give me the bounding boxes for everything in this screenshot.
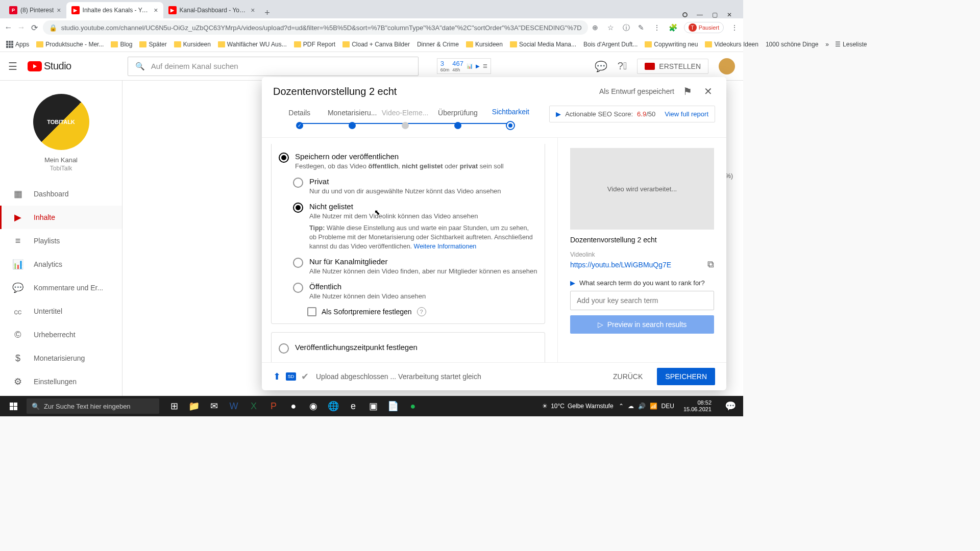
step-monetization[interactable]: Monetarisieru... bbox=[326, 109, 378, 129]
channel-avatar[interactable]: TOBITALK bbox=[33, 94, 89, 150]
menu-icon[interactable]: ⋮ bbox=[731, 23, 739, 32]
bookmark-item[interactable]: Dinner & Crime bbox=[417, 41, 459, 48]
step-visibility[interactable]: Sichtbarkeit bbox=[484, 108, 537, 130]
sidebar-item-monetization[interactable]: $Monetarisierung bbox=[0, 346, 122, 370]
youtube-studio-logo[interactable]: Studio bbox=[28, 60, 71, 72]
powerpoint-icon[interactable]: P bbox=[264, 396, 283, 416]
bookmark-item[interactable]: Social Media Mana... bbox=[510, 41, 576, 48]
readlist-button[interactable]: ☰Leseliste bbox=[835, 41, 867, 48]
search-input[interactable]: 🔍 Auf deinem Kanal suchen bbox=[128, 57, 419, 76]
menu-icon[interactable]: ☰ bbox=[8, 60, 17, 72]
checkbox-premiere[interactable] bbox=[307, 307, 316, 316]
volume-icon[interactable]: 🔊 bbox=[638, 403, 646, 410]
task-view-icon[interactable]: ⊞ bbox=[164, 396, 184, 416]
close-icon[interactable]: × bbox=[251, 6, 255, 14]
extension-icon[interactable]: ✎ bbox=[638, 23, 646, 32]
step-elements[interactable]: Video-Eleme... bbox=[379, 109, 431, 129]
edge-icon[interactable]: e bbox=[344, 396, 363, 416]
create-button[interactable]: ERSTELLEN bbox=[637, 59, 708, 74]
chat-icon[interactable]: 💬 bbox=[595, 60, 607, 72]
notepad-icon[interactable]: 📄 bbox=[383, 396, 403, 416]
address-bar[interactable]: 🔒 studio.youtube.com/channel/UC6N5u-OiGz… bbox=[43, 20, 588, 35]
browser-tab[interactable]: ▶ Inhalte des Kanals - YouTube St × bbox=[66, 2, 163, 18]
extension-icon[interactable]: ⋮ bbox=[653, 23, 662, 32]
sidebar-item-settings[interactable]: ⚙Einstellungen bbox=[0, 370, 122, 393]
forward-button[interactable]: → bbox=[17, 20, 26, 35]
radio-schedule[interactable] bbox=[279, 343, 289, 354]
bookmark-item[interactable]: Wahlfächer WU Aus... bbox=[218, 41, 287, 48]
avatar[interactable] bbox=[719, 58, 735, 74]
close-icon[interactable]: × bbox=[154, 6, 158, 14]
extensions-icon[interactable]: 🧩 bbox=[669, 23, 677, 32]
seo-input[interactable] bbox=[570, 291, 714, 310]
bookmark-item[interactable]: PDF Report bbox=[294, 41, 335, 48]
bookmark-item[interactable]: Blog bbox=[111, 41, 132, 48]
taskbar-search[interactable]: 🔍 Zur Suche Text hier eingeben bbox=[27, 398, 159, 414]
zoom-icon[interactable]: ⊕ bbox=[592, 23, 600, 32]
bookmark-item[interactable]: Cload + Canva Bilder bbox=[342, 41, 410, 48]
bookmark-item[interactable]: 1000 schöne Dinge bbox=[766, 41, 818, 48]
bookmark-item[interactable]: Bois d'Argent Duft... bbox=[583, 41, 638, 48]
sidebar-item-subtitles[interactable]: ㏄Untertitel bbox=[0, 299, 122, 323]
spotify-icon[interactable]: ● bbox=[403, 396, 423, 416]
language-indicator[interactable]: DEU bbox=[662, 403, 674, 410]
mail-icon[interactable]: ✉ bbox=[204, 396, 224, 416]
step-details[interactable]: Details bbox=[273, 109, 326, 129]
radio-unlisted[interactable] bbox=[293, 203, 303, 213]
bookmark-item[interactable]: Später bbox=[139, 41, 166, 48]
word-icon[interactable]: W bbox=[224, 396, 243, 416]
sidebar-item-content[interactable]: ▶Inhalte bbox=[0, 206, 122, 229]
radio-save-publish[interactable] bbox=[279, 153, 289, 163]
more-info-link[interactable]: Weitere Informationen bbox=[414, 243, 477, 250]
close-button[interactable]: ✕ bbox=[727, 11, 732, 18]
wifi-icon[interactable]: 📶 bbox=[650, 403, 657, 410]
save-button[interactable]: SPEICHERN bbox=[657, 368, 715, 385]
app-icon[interactable]: ▣ bbox=[363, 396, 383, 416]
view-report-link[interactable]: View full report bbox=[665, 110, 708, 118]
back-button[interactable]: ← bbox=[4, 20, 13, 35]
back-button[interactable]: ZURÜCK bbox=[606, 368, 650, 385]
star-icon[interactable]: ☆ bbox=[607, 23, 616, 32]
chrome-icon[interactable]: 🌐 bbox=[324, 396, 343, 416]
bookmark-item[interactable]: Copywriting neu bbox=[645, 41, 698, 48]
browser-tab[interactable]: ▶ Kanal-Dashboard - YouTube Stu × bbox=[163, 2, 260, 18]
close-icon[interactable]: × bbox=[57, 6, 61, 14]
bookmark-item[interactable]: Kursideen bbox=[174, 41, 211, 48]
profile-badge[interactable]: T Pausiert bbox=[684, 22, 724, 33]
radio-private[interactable] bbox=[293, 178, 303, 188]
bookmark-item[interactable]: Kursideen bbox=[466, 41, 503, 48]
sidebar-item-analytics[interactable]: 📊Analytics bbox=[0, 253, 122, 276]
browser-tab[interactable]: P (8) Pinterest × bbox=[4, 2, 66, 18]
notifications-icon[interactable]: 💬 bbox=[721, 396, 740, 416]
feedback-icon[interactable]: ⚑ bbox=[680, 85, 695, 97]
radio-public[interactable] bbox=[293, 283, 303, 293]
obs-icon[interactable]: ◉ bbox=[304, 396, 323, 416]
explorer-icon[interactable]: 📁 bbox=[184, 396, 204, 416]
account-icon[interactable] bbox=[682, 12, 688, 17]
preview-search-button[interactable]: ▷ Preview in search results bbox=[570, 315, 714, 334]
video-link[interactable]: https://youtu.be/LWiGBMuQg7E bbox=[570, 261, 701, 269]
sidebar-item-dashboard[interactable]: ▦Dashboard bbox=[0, 182, 122, 206]
minimize-button[interactable]: — bbox=[697, 11, 703, 18]
radio-members[interactable] bbox=[293, 258, 303, 268]
sidebar-item-copyright[interactable]: ©Urheberrecht bbox=[0, 323, 122, 346]
excel-icon[interactable]: X bbox=[244, 396, 263, 416]
app-icon[interactable]: ● bbox=[284, 396, 303, 416]
close-icon[interactable]: ✕ bbox=[701, 85, 715, 97]
bookmark-overflow[interactable]: » bbox=[825, 41, 829, 48]
chevron-up-icon[interactable]: ⌃ bbox=[619, 403, 624, 410]
extension-icon[interactable]: ⓘ bbox=[623, 23, 631, 32]
sidebar-item-comments[interactable]: 💬Kommentare und Er... bbox=[0, 276, 122, 299]
reload-button[interactable]: ⟳ bbox=[30, 20, 38, 35]
bookmark-item[interactable]: Videokurs Ideen bbox=[705, 41, 758, 48]
time-badge[interactable]: 360m 46748h 📊 ▶ ☰ bbox=[437, 58, 491, 74]
clock[interactable]: 08:52 15.06.2021 bbox=[679, 399, 716, 413]
help-icon[interactable]: ?⃝ bbox=[618, 60, 627, 72]
help-icon[interactable]: ? bbox=[417, 307, 426, 316]
start-button[interactable] bbox=[3, 396, 23, 416]
step-review[interactable]: Überprüfung bbox=[431, 109, 484, 129]
maximize-button[interactable]: ▢ bbox=[712, 11, 718, 18]
apps-button[interactable]: Apps bbox=[6, 41, 29, 48]
sidebar-item-playlists[interactable]: ≡Playlists bbox=[0, 229, 122, 253]
new-tab-button[interactable]: + bbox=[260, 8, 275, 18]
